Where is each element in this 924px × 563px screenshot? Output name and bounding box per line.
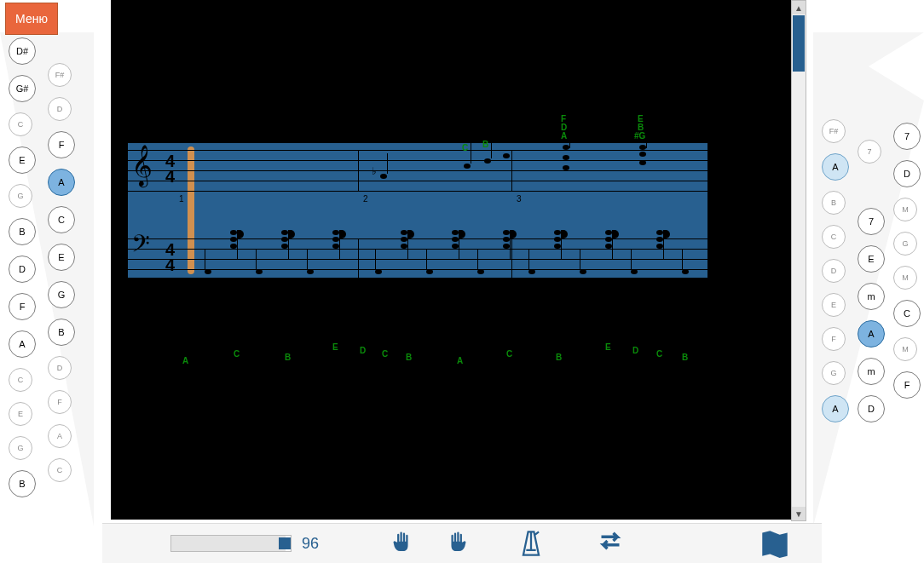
treble-staff: 𝄞 44 1 2 3 ♭ C B F D A E B #G <box>128 150 707 191</box>
menu-button[interactable]: Меню <box>5 3 58 35</box>
left-col-a: D# G# C E G B D F A C E G B <box>5 32 39 503</box>
rkey-Fc[interactable]: F <box>893 371 921 399</box>
rkey-Gc[interactable]: G <box>893 232 917 256</box>
rkey-A[interactable]: A <box>822 153 849 181</box>
key-E-b[interactable]: E <box>48 244 75 271</box>
rkey-F[interactable]: F <box>822 327 846 351</box>
rkey-7b[interactable]: 7 <box>858 208 885 235</box>
guide-label: C <box>506 349 512 359</box>
key-D[interactable]: D <box>9 256 36 283</box>
rkey-M2[interactable]: M <box>893 266 917 290</box>
key-F[interactable]: F <box>9 293 36 320</box>
right-button-panel: F# A B C D E F G A 7 7 E m A m D 7 D M G… <box>813 32 924 526</box>
key-F-b2[interactable]: F <box>48 390 72 414</box>
key-G-b[interactable]: G <box>48 281 75 308</box>
rkey-A2[interactable]: A <box>822 395 849 422</box>
measure-3: 3 <box>517 194 522 204</box>
key-D-b2[interactable]: D <box>48 356 72 380</box>
guide-label: C <box>382 349 388 359</box>
key-F-b[interactable]: F <box>48 131 75 158</box>
right-col-a: F# A B C D E F G A <box>818 114 852 428</box>
guide-label: D <box>632 346 638 355</box>
guide-label: D <box>360 346 366 355</box>
guide-label: A <box>182 356 188 365</box>
guide-label: E <box>605 342 611 352</box>
score-scrollbar[interactable]: ▲ ▼ <box>791 0 806 521</box>
guide-label: C <box>656 349 662 359</box>
right-col-b: 7 7 E m A m D <box>854 135 888 428</box>
key-C2[interactable]: C <box>9 368 32 392</box>
rkey-Dc[interactable]: D <box>893 160 921 187</box>
rkey-Eb[interactable]: E <box>858 245 885 273</box>
guide-label: B <box>682 353 688 362</box>
key-E2[interactable]: E <box>9 402 32 426</box>
measure-1: 1 <box>179 194 184 204</box>
tempo-value: 96 <box>302 535 319 553</box>
guide-label: B <box>556 353 562 362</box>
rkey-7c[interactable]: 7 <box>893 123 921 150</box>
rkey-D[interactable]: D <box>822 259 846 283</box>
key-G[interactable]: G <box>9 184 32 208</box>
key-B2[interactable]: B <box>9 470 36 497</box>
key-A-active[interactable]: A <box>48 169 75 196</box>
rkey-7a[interactable]: 7 <box>858 140 881 164</box>
key-A-b2[interactable]: A <box>48 424 72 448</box>
note-label: #G <box>634 131 645 141</box>
left-hand-icon[interactable] <box>390 529 418 558</box>
tempo-slider[interactable] <box>170 535 292 552</box>
rkey-G[interactable]: G <box>822 361 846 385</box>
right-col-c: 7 D M G M C M F <box>890 118 924 404</box>
key-B-b[interactable]: B <box>48 319 75 346</box>
time-sig-bass: 44 <box>165 242 175 273</box>
note-label: C <box>462 143 468 152</box>
guide-row: A C B E D C B A C B E D C B <box>128 349 707 366</box>
treble-clef-icon: 𝄞 <box>131 145 153 186</box>
scroll-down-icon[interactable]: ▼ <box>792 507 806 520</box>
key-Fsharp[interactable]: F# <box>48 63 72 87</box>
metronome-icon[interactable] <box>518 529 546 558</box>
key-E[interactable]: E <box>9 146 36 174</box>
left-button-panel: D# G# C E G B D F A C E G B F# D F A C E… <box>0 32 94 526</box>
rkey-m1[interactable]: m <box>858 283 885 310</box>
rkey-Fsharp[interactable]: F# <box>822 119 846 143</box>
note-label: A <box>561 131 567 141</box>
bottom-toolbar: 96 <box>102 523 822 563</box>
key-Gsharp[interactable]: G# <box>9 75 36 102</box>
bass-staff: 𝄢 44 <box>128 238 707 279</box>
rkey-Db[interactable]: D <box>858 395 885 422</box>
key-A[interactable]: A <box>9 330 36 358</box>
rkey-Cc[interactable]: C <box>893 300 921 327</box>
key-B[interactable]: B <box>9 218 36 245</box>
guide-label: B <box>285 353 291 362</box>
time-sig-treble: 44 <box>165 153 175 184</box>
score-area[interactable]: 𝄞 44 1 2 3 ♭ C B F D A E B #G 𝄢 44 A <box>111 0 793 520</box>
right-hand-icon[interactable] <box>442 529 469 558</box>
rkey-M1[interactable]: M <box>893 198 917 221</box>
key-C-b[interactable]: C <box>48 206 75 233</box>
key-C[interactable]: C <box>9 112 32 136</box>
rkey-m2[interactable]: m <box>858 358 885 385</box>
key-C-b2[interactable]: C <box>48 458 72 482</box>
guide-label: C <box>234 349 240 359</box>
measure-2: 2 <box>363 194 368 204</box>
rkey-B[interactable]: B <box>822 191 846 215</box>
loop-icon[interactable] <box>595 529 622 558</box>
guide-label: B <box>406 353 412 362</box>
rkey-M3[interactable]: M <box>893 337 917 361</box>
scroll-up-icon[interactable]: ▲ <box>792 1 806 14</box>
rkey-C[interactable]: C <box>822 225 846 249</box>
guide-label: A <box>457 356 463 365</box>
note-label: B <box>482 140 488 149</box>
scroll-thumb[interactable] <box>793 15 805 72</box>
key-G2[interactable]: G <box>9 436 32 460</box>
left-col-b: F# D F A C E G B D F A C <box>44 58 78 487</box>
bass-clef-icon: 𝄢 <box>131 230 150 264</box>
rkey-A-active[interactable]: A <box>858 320 885 348</box>
key-D-b[interactable]: D <box>48 97 72 121</box>
map-icon[interactable] <box>760 529 788 558</box>
rkey-E[interactable]: E <box>822 293 846 317</box>
guide-label: E <box>332 342 338 352</box>
key-Dsharp[interactable]: D# <box>9 37 36 65</box>
